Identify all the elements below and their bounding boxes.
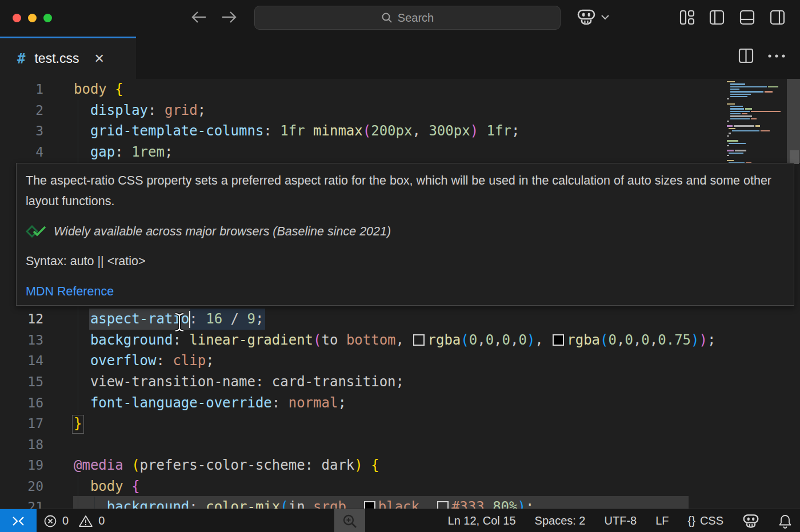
minimap-line [755, 125, 760, 126]
editor-more-actions-icon[interactable] [767, 48, 786, 63]
minimap-line [727, 81, 735, 82]
copilot-icon[interactable] [576, 9, 597, 25]
code-line[interactable]: 21 background: color-mix(in srgb, black,… [0, 497, 726, 509]
color-swatch[interactable] [364, 501, 375, 509]
tab-label: test.css [34, 51, 79, 66]
tab-bar: # test.css ✕ [0, 37, 800, 79]
encoding-status[interactable]: UTF-8 [605, 514, 637, 527]
warning-count: 0 [98, 514, 105, 527]
copilot-status-icon[interactable] [742, 514, 759, 529]
code-line[interactable]: 12 aspect-ratio: 16 / 9; [0, 309, 726, 330]
cursor-position-status[interactable]: Ln 12, Col 15 [448, 514, 516, 527]
search-input[interactable]: Search [254, 6, 561, 30]
minimap-line [729, 133, 731, 134]
color-swatch[interactable] [437, 501, 449, 509]
notifications-bell-icon[interactable] [778, 514, 792, 529]
code-line[interactable]: 15 view-transition-name: card-transition… [0, 371, 726, 393]
code-line[interactable]: 19@media (prefers-color-scheme: dark) { [0, 455, 726, 476]
minimap-line [729, 153, 743, 154]
minimap-line [727, 103, 735, 105]
minimap-line [730, 108, 744, 109]
customize-layout-icon[interactable] [679, 9, 695, 25]
minimap-line [742, 113, 747, 114]
css-file-icon: # [17, 51, 25, 67]
warning-icon [78, 514, 93, 528]
code-line[interactable]: 1body { [0, 79, 726, 100]
braces-icon: {} [688, 514, 695, 527]
minimap-line [735, 150, 746, 151]
code-line[interactable]: 20 body { [0, 476, 726, 497]
toggle-panel-icon[interactable] [739, 9, 755, 25]
code-line[interactable]: 13 background: linear-gradient(to bottom… [0, 330, 726, 351]
search-placeholder: Search [398, 11, 434, 25]
minimap-line [730, 115, 752, 117]
minimap-line [730, 113, 741, 114]
toggle-primary-sidebar-icon[interactable] [709, 9, 725, 25]
minimap-line [727, 140, 738, 141]
minimap-line [727, 150, 734, 151]
minimap-line [765, 91, 773, 92]
minimap-line [727, 135, 729, 137]
code-line[interactable]: 2 display: grid; [0, 100, 726, 121]
split-editor-icon[interactable] [738, 48, 754, 63]
line-number: 3 [0, 121, 43, 142]
tab-close-icon[interactable]: ✕ [94, 51, 104, 66]
remote-icon [11, 515, 25, 527]
minimap-line [730, 118, 750, 119]
code-line[interactable]: 17} [0, 413, 726, 434]
eol-status[interactable]: LF [655, 514, 669, 527]
color-swatch[interactable] [413, 334, 425, 346]
mdn-reference-link[interactable]: MDN Reference [26, 281, 114, 302]
language-status[interactable]: {} CSS [688, 514, 723, 527]
minimap-line [732, 130, 759, 131]
line-number: 16 [0, 393, 43, 414]
close-window-button[interactable] [13, 14, 21, 22]
minimap-line [730, 96, 747, 97]
minimap-line [727, 121, 729, 122]
minimap-line [727, 145, 729, 146]
code-line[interactable]: 3 grid-template-columns: 1fr minmax(200p… [0, 121, 726, 142]
forward-arrow-icon[interactable] [221, 9, 237, 25]
code-line[interactable]: 16 font-language-override: normal; [0, 393, 726, 414]
minimap-line [727, 98, 729, 99]
tab-test-css[interactable]: # test.css ✕ [0, 37, 136, 79]
code-line[interactable]: 18 [0, 434, 726, 455]
tooltip-description: The aspect-ratio CSS property sets a pre… [26, 170, 785, 211]
code-line[interactable]: 14 overflow: clip; [0, 350, 726, 371]
minimap-line [730, 91, 763, 92]
line-number: 15 [0, 371, 43, 393]
vertical-scrollbar-knob[interactable] [790, 150, 799, 164]
minimap-line [751, 118, 757, 119]
line-number: 1 [0, 79, 43, 100]
line-number: 12 [0, 309, 43, 330]
line-number: 17 [0, 413, 43, 434]
minimap-line [761, 130, 770, 131]
minimap-line [727, 155, 729, 156]
maximize-window-button[interactable] [43, 14, 52, 22]
line-number: 4 [0, 142, 43, 163]
problems-status[interactable]: 0 0 [43, 509, 105, 532]
tooltip-syntax: Syntax: auto || <ratio> [26, 251, 785, 271]
minimap-line [730, 89, 739, 90]
minimap-line [730, 111, 750, 112]
minimap-line [727, 160, 734, 161]
remote-indicator[interactable] [0, 509, 37, 532]
toggle-secondary-sidebar-icon[interactable] [769, 9, 785, 25]
baseline-note: Widely available across major browsers (… [54, 221, 391, 242]
chevron-down-icon[interactable] [599, 9, 611, 25]
indentation-status[interactable]: Spaces: 2 [535, 514, 586, 527]
minimap-line [729, 128, 735, 129]
minimap[interactable] [727, 79, 787, 170]
color-swatch[interactable] [553, 334, 564, 346]
minimize-window-button[interactable] [28, 14, 37, 22]
code-line[interactable]: 4 gap: 1rem; [0, 142, 726, 163]
line-number: 19 [0, 455, 43, 476]
back-arrow-icon[interactable] [191, 9, 207, 25]
minimap-line [734, 125, 754, 126]
error-icon [43, 514, 57, 528]
search-icon [381, 12, 393, 23]
line-number: 2 [0, 100, 43, 121]
baseline-check-icon [26, 225, 47, 238]
zoom-indicator[interactable] [334, 509, 365, 532]
minimap-line [730, 106, 743, 107]
